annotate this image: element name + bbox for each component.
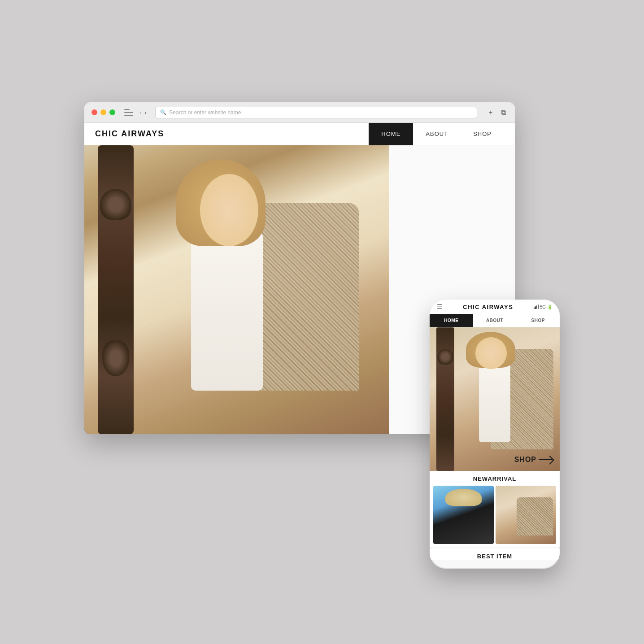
address-bar[interactable]: 🔍 Search or enter website name [155, 107, 477, 118]
back-arrow-icon[interactable]: ‹ [139, 109, 142, 116]
gallery-hair-1 [445, 489, 482, 506]
site-navigation: CHIC AIRWAYS HOME ABOUT SHOP [84, 123, 515, 145]
mobile-shop-label: SHOP [514, 456, 536, 464]
mobile-best-item-section: BEST ITEM [430, 548, 560, 560]
sidebar-toggle-icon[interactable] [124, 109, 133, 116]
mobile-new-arrival-gallery [430, 486, 560, 544]
mobile-content: SHOP NEWARRIVAL BEST ITEM [430, 327, 560, 569]
minimize-button[interactable] [100, 109, 106, 115]
browser-actions: + ⧉ [486, 108, 508, 117]
mobile-hero-inner [430, 327, 560, 471]
mobile-navigation: HOME ABOUT SHOP [430, 314, 560, 327]
traffic-lights [91, 109, 115, 115]
mobile-new-arrival-section: NEWARRIVAL [430, 471, 560, 547]
signal-bars-icon [534, 305, 539, 309]
nav-arrows: ‹ › [139, 109, 146, 116]
site-nav-links: HOME ABOUT SHOP [369, 123, 504, 145]
forward-arrow-icon[interactable]: › [144, 109, 147, 116]
mobile-best-item-title: BEST ITEM [430, 553, 560, 560]
face-area [200, 174, 258, 246]
gallery-item-1[interactable] [433, 486, 494, 544]
new-tab-button[interactable]: + [486, 108, 495, 117]
gallery-item-2[interactable] [496, 486, 556, 544]
close-button[interactable] [91, 109, 97, 115]
mobile-device: ☰ CHIC AIRWAYS 5G 🔋 HOME ABOUT SHOP [430, 300, 560, 569]
mobile-face-area [475, 337, 507, 369]
mobile-hamburger-icon[interactable]: ☰ [437, 303, 443, 310]
nav-link-shop[interactable]: SHOP [461, 123, 504, 145]
mobile-white-top [479, 363, 510, 442]
battery-icon: 🔋 [547, 305, 553, 309]
mobile-site-title: CHIC AIRWAYS [463, 304, 513, 310]
mobile-shop-badge[interactable]: SHOP [514, 456, 553, 464]
mobile-hero-image: SHOP [430, 327, 560, 471]
nav-link-about[interactable]: ABOUT [413, 123, 461, 145]
mobile-nav-link-about[interactable]: ABOUT [473, 314, 517, 327]
ornament-column-left [98, 145, 134, 434]
mobile-nav-link-home[interactable]: HOME [430, 314, 473, 327]
search-icon: 🔍 [160, 109, 166, 115]
browser-toolbar: ‹ › 🔍 Search or enter website name + ⧉ [84, 102, 515, 123]
mobile-shop-arrow-icon [539, 459, 553, 460]
mobile-nav-link-shop[interactable]: SHOP [516, 314, 560, 327]
scene: ‹ › 🔍 Search or enter website name + ⧉ C… [75, 75, 569, 569]
maximize-button[interactable] [109, 109, 115, 115]
gallery-jacket-2 [517, 497, 553, 535]
mobile-new-arrival-title: NEWARRIVAL [430, 475, 560, 482]
nav-link-home[interactable]: HOME [369, 123, 413, 145]
hero-photo [84, 145, 389, 434]
mobile-status-bar: ☰ CHIC AIRWAYS 5G 🔋 [430, 300, 560, 314]
white-top [191, 232, 263, 391]
site-logo: CHIC AIRWAYS [95, 129, 369, 139]
signal-type-label: 5G [540, 305, 546, 309]
mobile-ornament-column [436, 327, 454, 471]
address-bar-placeholder: Search or enter website name [169, 109, 241, 116]
mobile-status-icons: 5G 🔋 [534, 305, 553, 309]
tabs-button[interactable]: ⧉ [499, 108, 508, 117]
hero-image [84, 145, 389, 434]
